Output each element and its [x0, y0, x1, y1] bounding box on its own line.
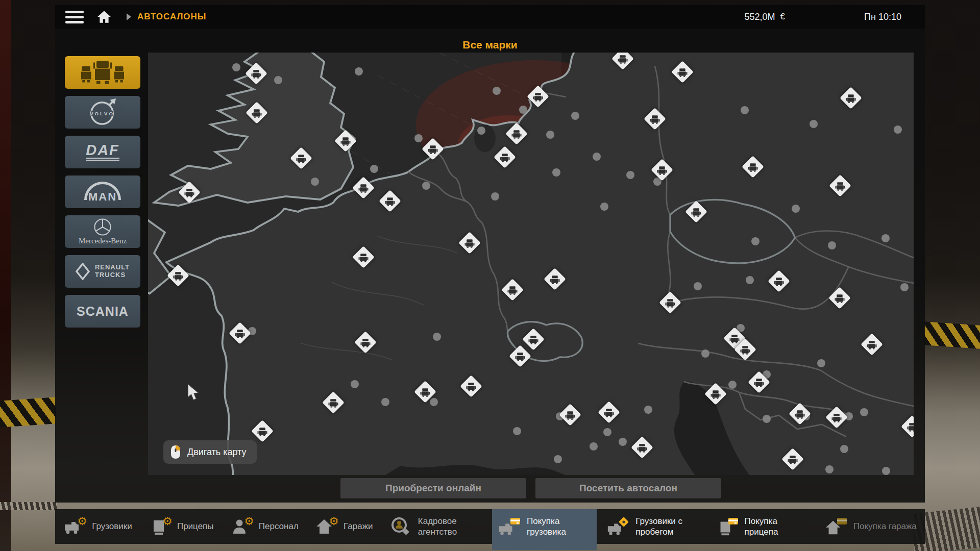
brand-filter-scania[interactable]: SCANIA — [65, 295, 140, 328]
nav-item-buy-truck[interactable]: Покупка грузовика — [492, 509, 597, 544]
page-title: Все марки — [55, 39, 925, 51]
status-area: 552,0M € Пн 10:10 — [745, 12, 925, 22]
svg-text:⚙: ⚙ — [77, 516, 87, 528]
svg-text:⚙: ⚙ — [162, 516, 172, 528]
map-geography — [148, 53, 914, 475]
breadcrumb: АВТОСАЛОНЫ — [137, 12, 207, 22]
nav-item-garages[interactable]: ⚙ Гаражи — [309, 509, 379, 544]
renault-logo: RENAULT TRUCKS — [76, 263, 130, 280]
buy-truck-icon — [498, 516, 522, 537]
bottom-navigation: ⚙ Грузовики ⚙ Прицепы ⚙ Персонал ⚙ Гараж… — [55, 509, 925, 544]
recruitment-agency-icon — [389, 516, 413, 537]
game-time: Пн 10:10 — [864, 12, 901, 22]
renault-diamond-icon — [76, 263, 90, 280]
hangar-pillar — [0, 0, 11, 551]
visit-dealer-button[interactable]: Посетить автосалон — [535, 478, 721, 498]
menu-icon[interactable] — [65, 11, 84, 23]
mercedes-star-icon — [93, 218, 112, 236]
nav-item-buy-trailer[interactable]: Покупка прицепа — [710, 509, 815, 544]
all-brands-trucks-icon — [78, 60, 127, 85]
buy-online-button[interactable]: Приобрести онлайн — [340, 478, 526, 498]
chevron-right-icon — [127, 13, 131, 20]
brand-filter-mercedes[interactable]: Mercedes-Benz — [65, 215, 140, 248]
dealer-map-panel: АВТОСАЛОНЫ 552,0M € Пн 10:10 Все марки — [55, 5, 925, 503]
buy-trailer-icon — [716, 516, 740, 537]
truck-gear-icon: ⚙ — [63, 516, 87, 537]
brand-filter-sidebar: VOLVO DAF MAN Mercedes-Benz — [65, 56, 140, 328]
nav-item-recruitment[interactable]: Кадровое агентство — [383, 509, 488, 544]
brand-filter-volvo[interactable]: VOLVO — [65, 96, 140, 129]
nav-item-buy-garage[interactable]: Покупка гаража — [819, 509, 923, 544]
nav-item-trucks[interactable]: ⚙ Грузовики — [57, 509, 138, 544]
currency-symbol: € — [780, 12, 785, 22]
hazard-stripe-left — [0, 397, 56, 428]
buy-garage-icon — [825, 516, 848, 537]
nav-item-staff[interactable]: ⚙ Персонал — [224, 509, 305, 544]
daf-logo: DAF — [86, 143, 119, 160]
brand-filter-daf[interactable]: DAF — [65, 136, 140, 168]
europe-map[interactable]: Двигать карту — [148, 53, 914, 475]
mercedes-logo-text: Mercedes-Benz — [79, 237, 127, 245]
person-gear-icon: ⚙ — [230, 516, 254, 537]
garage-gear-icon: ⚙ — [315, 516, 338, 537]
money-balance: 552,0M — [745, 12, 775, 22]
floor-hatch-left — [0, 502, 57, 510]
map-drag-hint-label: Двигать карту — [187, 447, 247, 458]
brand-filter-man[interactable]: MAN — [65, 176, 140, 208]
brand-filter-renault[interactable]: RENAULT TRUCKS — [65, 255, 140, 288]
brand-filter-all[interactable] — [65, 56, 140, 89]
svg-text:VOLVO: VOLVO — [90, 111, 114, 116]
top-bar: АВТОСАЛОНЫ 552,0M € Пн 10:10 — [55, 5, 925, 29]
hazard-stripe-right — [924, 321, 980, 349]
scania-logo: SCANIA — [77, 304, 129, 319]
svg-text:⚙: ⚙ — [329, 516, 338, 528]
nav-item-used-trucks[interactable]: Грузовики с пробегом — [601, 509, 705, 544]
home-icon[interactable] — [97, 10, 111, 23]
trailer-gear-icon: ⚙ — [149, 516, 172, 537]
svg-text:⚙: ⚙ — [244, 516, 254, 528]
map-drag-hint: Двигать карту — [163, 440, 257, 464]
dealer-actions: Приобрести онлайн Посетить автосалон — [148, 478, 914, 498]
volvo-logo: VOLVO — [88, 98, 117, 127]
used-trucks-icon — [607, 516, 630, 537]
mouse-right-drag-icon — [169, 444, 182, 460]
man-logo: MAN — [83, 182, 122, 202]
nav-item-trailers[interactable]: ⚙ Прицепы — [142, 509, 220, 544]
